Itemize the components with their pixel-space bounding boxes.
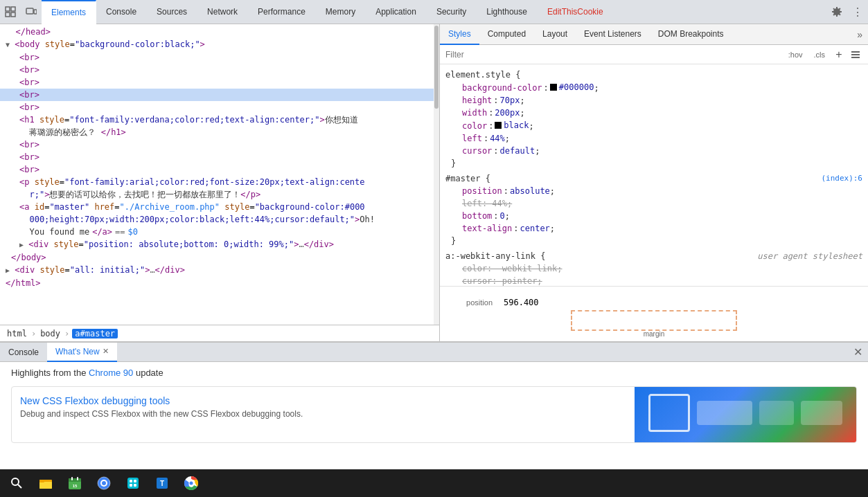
tab-console-bottom[interactable]: Console [0, 343, 47, 362]
filter-cls-button[interactable]: .cls [810, 49, 830, 60]
add-style-button[interactable]: + [832, 48, 846, 62]
tab-performance[interactable]: Performance [248, 0, 316, 24]
tab-elements[interactable]: Elements [42, 0, 96, 24]
device-toggle-icon[interactable] [21, 0, 42, 24]
style-rule-master: #master { (index):6 position: absolute; … [440, 171, 868, 248]
dom-line: <a id="master" href="./Archive_room.php"… [0, 201, 434, 213]
ua-stylesheet-label: user agent stylesheet [757, 250, 862, 262]
devtools-container: Elements Console Sources Network Perform… [0, 0, 868, 497]
svg-rect-8 [851, 57, 860, 58]
taskbar-chrome[interactable] [90, 471, 118, 496]
dom-line: <br> [0, 76, 434, 89]
dom-line: <br> [0, 64, 434, 76]
dom-scrollbar-thumb[interactable] [434, 26, 439, 109]
styles-panel: Styles Computed Layout Event Listeners D… [440, 24, 868, 341]
tab-whats-new[interactable]: What's New ✕ [47, 343, 117, 362]
tab-lighthouse[interactable]: Lighthouse [477, 0, 538, 24]
tab-sources[interactable]: Sources [147, 0, 197, 24]
taskbar-calendar[interactable]: 15 [61, 471, 89, 496]
close-bottom-panel[interactable]: ✕ [848, 345, 868, 359]
style-prop-text-align: text-align: center; [445, 222, 862, 235]
dom-line: <h1 style="font-family:verdana;color:red… [0, 114, 434, 126]
svg-rect-3 [11, 12, 15, 17]
tab-application[interactable]: Application [366, 0, 427, 24]
tab-console[interactable]: Console [96, 0, 147, 24]
svg-line-10 [18, 485, 21, 488]
style-prop-height: height: 70px; [445, 94, 862, 107]
svg-rect-1 [11, 7, 15, 11]
svg-rect-17 [77, 477, 78, 480]
dom-tree[interactable]: </head> ▼ <body style="background-color:… [0, 24, 434, 325]
breadcrumb-active[interactable]: a#master [72, 329, 118, 338]
filter-input[interactable] [445, 50, 781, 60]
style-rule-element: element.style { background-color: #00000… [440, 67, 868, 171]
news-card-title[interactable]: New CSS Flexbox debugging tools [20, 395, 615, 406]
dom-scroll-wrapper: </head> ▼ <body style="background-color:… [0, 24, 439, 325]
dom-line: 000;height:70px;width:200px;color:black;… [0, 213, 434, 226]
breadcrumb-body[interactable]: body [39, 329, 62, 338]
tab-memory[interactable]: Memory [316, 0, 366, 24]
dom-line: You found me</a> == $0 [0, 226, 434, 238]
taskbar-file-explorer[interactable] [32, 471, 60, 496]
style-prop-color: color: black ; [445, 119, 862, 132]
svg-text:15: 15 [73, 484, 78, 488]
chrome-link[interactable]: Chrome 90 [89, 368, 133, 378]
svg-rect-0 [6, 7, 10, 11]
bottom-panel: Console What's New ✕ ✕ Highlights from t… [0, 341, 868, 469]
color-swatch[interactable] [495, 122, 502, 129]
news-card-image [635, 387, 856, 442]
taskbar-app5[interactable] [119, 471, 147, 496]
tab-network[interactable]: Network [197, 0, 248, 24]
dom-line: <br> [0, 101, 434, 114]
svg-rect-2 [6, 12, 10, 17]
taskbar-chrome2[interactable] [177, 471, 205, 496]
tab-dom-breakpoints[interactable]: DOM Breakpoints [650, 24, 732, 45]
bottom-tab-bar: Console What's New ✕ ✕ [0, 343, 868, 362]
svg-rect-4 [26, 8, 33, 14]
tab-event-listeners[interactable]: Event Listeners [576, 24, 650, 45]
settings-icon[interactable] [826, 0, 847, 24]
taskbar-text-editor[interactable]: T [148, 471, 176, 496]
more-tools-icon[interactable]: ⋮ [847, 0, 868, 24]
dom-line: 蒋璐源的秘密么？ </h1> [0, 126, 434, 138]
tab-editthiscookie[interactable]: EditThisCookie [538, 0, 614, 24]
style-prop-left: left: 44%; [445, 132, 862, 145]
svg-rect-27 [134, 484, 136, 487]
styles-content[interactable]: element.style { background-color: #00000… [440, 64, 868, 286]
svg-point-9 [12, 478, 19, 485]
news-card: New CSS Flexbox debugging tools Debug an… [11, 386, 857, 443]
breadcrumb: html › body › a#master [0, 325, 439, 341]
style-prop-bottom: bottom: 0; [445, 210, 862, 222]
news-card-desc: Debug and inspect CSS Flexbox with the n… [20, 409, 615, 419]
svg-text:T: T [160, 480, 164, 487]
box-model-area: position 596.400 margin [440, 286, 868, 341]
tab-security[interactable]: Security [427, 0, 477, 24]
inspect-icon[interactable] [0, 0, 21, 24]
styles-tabs-more[interactable]: » [851, 29, 868, 40]
close-whats-new-tab[interactable]: ✕ [103, 347, 109, 356]
svg-point-33 [190, 482, 193, 485]
style-prop-cursor: cursor: default; [445, 145, 862, 157]
position-value: 596.400 [504, 298, 539, 307]
dom-line: </body> [0, 251, 434, 264]
tab-layout[interactable]: Layout [534, 24, 576, 45]
taskbar-search[interactable] [3, 471, 30, 496]
tab-styles[interactable]: Styles [440, 24, 479, 45]
toggle-classes-button[interactable] [849, 48, 862, 62]
styles-tabs: Styles Computed Layout Event Listeners D… [440, 24, 868, 45]
svg-rect-6 [851, 51, 860, 53]
svg-point-21 [102, 481, 106, 485]
dom-scrollbar[interactable] [434, 24, 439, 325]
dom-line: <br> [0, 163, 434, 176]
tab-computed[interactable]: Computed [479, 24, 534, 45]
style-source-master[interactable]: (index):6 [821, 172, 862, 185]
style-prop-position: position: absolute; [445, 185, 862, 197]
svg-rect-25 [134, 480, 136, 482]
color-swatch[interactable] [550, 84, 557, 91]
breadcrumb-html[interactable]: html [6, 329, 28, 338]
filter-hov-button[interactable]: :hov [784, 49, 807, 60]
style-prop-width: width: 200px; [445, 107, 862, 119]
svg-rect-26 [130, 484, 132, 487]
dom-line-selected: <br> [0, 89, 434, 101]
dom-line: <br> [0, 51, 434, 64]
